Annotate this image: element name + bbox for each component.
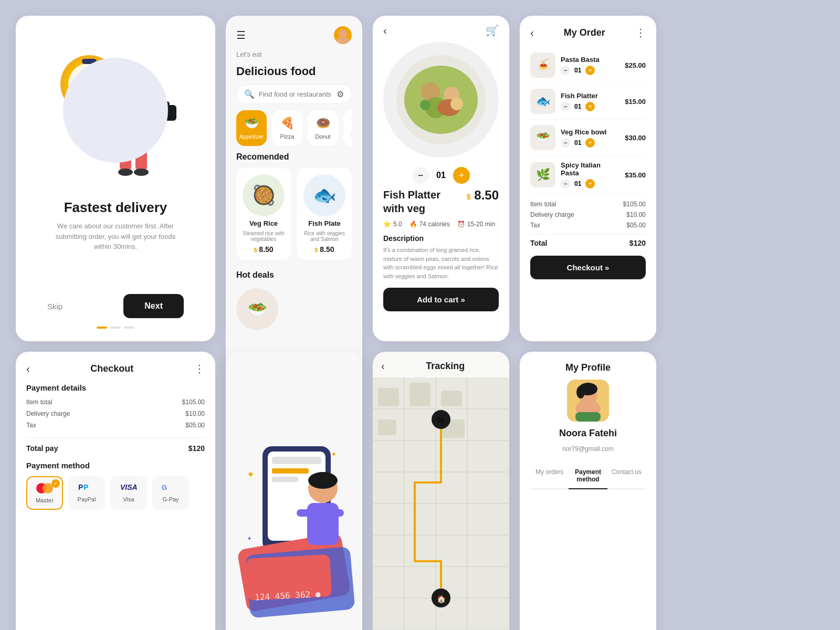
veg-rice-increase-button[interactable]: + <box>585 138 595 148</box>
svg-point-23 <box>339 29 347 38</box>
cart-icon[interactable]: 🛒 <box>486 24 499 37</box>
back-icon[interactable]: ‹ <box>383 25 387 37</box>
spicy-pasta-qty-controls: − 01 + <box>561 179 620 188</box>
svg-point-24 <box>337 37 349 44</box>
appetizer-icon: 🥗 <box>245 117 259 130</box>
qty-decrease-button[interactable]: − <box>412 167 429 184</box>
skip-button[interactable]: Skip <box>47 302 62 311</box>
profile-card: My Profile Noora Fatehi nor79@gmail.com … <box>520 352 656 630</box>
master-check-icon: ✓ <box>51 479 60 488</box>
spicy-pasta-increase-button[interactable]: + <box>585 179 595 188</box>
search-input[interactable] <box>259 90 332 98</box>
category-pizza[interactable]: 🍕 Pizza <box>272 110 302 146</box>
pasta-image: 🍝 <box>530 52 555 78</box>
hamburger-icon[interactable]: ☰ <box>236 29 246 41</box>
svg-rect-42 <box>272 457 321 464</box>
more-options-icon[interactable]: ⋮ <box>635 26 646 39</box>
checkout-button[interactable]: Checkout » <box>530 256 646 279</box>
order-item-total-row: Item total $105.00 <box>530 201 646 208</box>
dot-2 <box>110 327 121 329</box>
payment-gpay[interactable]: G G-Pay <box>152 476 189 510</box>
delivery-card: Fastest delivery We care about our custo… <box>16 16 215 341</box>
checkout-item-total-label: Item total <box>26 398 52 406</box>
visa-icon: VISA <box>119 481 138 493</box>
item-total-label: Item total <box>530 201 556 208</box>
visa-label: Visa <box>123 496 134 502</box>
my-order-card: ‹ My Order ⋮ 🍝 Pasta Basta − 01 + $25.00… <box>520 16 656 341</box>
tab-payment-method[interactable]: Payment method <box>569 463 607 489</box>
donut-icon: 🍩 <box>316 117 330 130</box>
pizza-label: Pizza <box>280 133 295 140</box>
svg-point-20 <box>118 169 133 176</box>
fish-image: 🐟 <box>530 89 555 114</box>
veg-rice-price: $ 8.50 <box>254 245 273 254</box>
profile-name: Noora Fatehi <box>559 428 617 439</box>
total-pay-value: $120 <box>188 444 205 453</box>
checkout-item-total-value: $105.00 <box>182 398 205 406</box>
fish-plate-name: Fish Plate <box>308 219 340 227</box>
payment-paypal[interactable]: P P PayPal <box>68 476 105 510</box>
detail-card: ‹ 🛒 − 01 + Fish Platterwith veg $ 8.50 ⭐… <box>373 16 509 341</box>
fish-increase-button[interactable]: + <box>585 102 595 111</box>
order-back-icon[interactable]: ‹ <box>530 27 534 39</box>
svg-point-53 <box>308 472 338 489</box>
checkout-more-icon[interactable]: ⋮ <box>194 362 205 375</box>
svg-text:🛍: 🛍 <box>437 416 444 424</box>
fish-info: Fish Platter − 01 + <box>561 92 620 111</box>
tax-label: Tax <box>530 222 540 229</box>
pasta-decrease-button[interactable]: − <box>561 66 570 75</box>
gpay-label: G-Pay <box>162 496 178 502</box>
checkout-delivery-value: $10.00 <box>185 410 205 417</box>
payment-visa[interactable]: VISA Visa <box>110 476 147 510</box>
pasta-increase-button[interactable]: + <box>585 66 595 75</box>
tracking-card: ‹ Tracking <box>373 352 509 630</box>
food-card-fish-plate[interactable]: 🐟 Fish Plate Rice with veggies and Salmo… <box>297 168 352 260</box>
delivery-charge-value: $10.00 <box>626 211 646 218</box>
tab-my-orders[interactable]: My orders <box>530 463 569 488</box>
veg-rice-decrease-button[interactable]: − <box>561 138 570 148</box>
page-dots <box>97 327 134 329</box>
svg-rect-68 <box>378 388 399 406</box>
user-avatar[interactable] <box>334 26 352 44</box>
total-value: $120 <box>629 239 646 247</box>
detail-name-price: Fish Platterwith veg $ 8.50 <box>383 188 499 215</box>
svg-rect-43 <box>272 468 309 474</box>
fish-plate-image: 🐟 <box>303 174 345 216</box>
add-to-cart-button[interactable]: Add to cart » <box>383 288 499 311</box>
fish-decrease-button[interactable]: − <box>561 102 570 111</box>
category-appetizer[interactable]: 🥗 Appetizer <box>236 110 267 146</box>
description-text: It's a combination of long grained rice,… <box>383 246 499 280</box>
svg-point-81 <box>576 386 585 398</box>
svg-point-21 <box>134 169 149 176</box>
veg-rice-desc: Steamed rice with vegetables <box>243 230 285 242</box>
pasta-name: Pasta Basta <box>561 56 620 64</box>
checkout-back-icon[interactable]: ‹ <box>26 363 30 375</box>
order-item-spicy-pasta: 🌿 Spicy Italian Pasta − 01 + $35.00 <box>530 156 646 194</box>
food-card-veg-rice[interactable]: 🥘 Veg Rice Steamed rice with vegetables … <box>236 168 291 260</box>
svg-text:P: P <box>78 483 83 491</box>
fish-price: $15.00 <box>625 98 646 106</box>
gpay-icon: G <box>161 481 180 493</box>
spicy-pasta-decrease-button[interactable]: − <box>561 179 570 188</box>
next-button[interactable]: Next <box>123 294 184 318</box>
recommended-title: Recomended <box>236 152 352 162</box>
svg-rect-44 <box>272 477 298 482</box>
tab-contact-us[interactable]: Contact us <box>607 463 646 488</box>
hot-deal-item[interactable]: 🥗 <box>236 288 278 330</box>
tracking-back-icon[interactable]: ‹ <box>381 360 385 372</box>
veg-rice-name: Veg Rice <box>249 219 278 227</box>
filter-icon[interactable]: ⚙ <box>337 89 344 99</box>
qty-increase-button[interactable]: + <box>453 167 470 184</box>
rating-item: ⭐ 5.0 <box>383 220 402 228</box>
checkout-delivery-row: Delivery charge $10.00 <box>26 410 205 417</box>
hot-deals-title: Hot deals <box>236 270 352 280</box>
fish-qty: 01 <box>574 103 581 110</box>
spicy-pasta-price: $35.00 <box>625 171 646 179</box>
veg-rice-info: Veg Rice bowl − 01 + <box>561 128 620 148</box>
detail-header: ‹ 🛒 <box>373 16 509 37</box>
category-tacos[interactable]: 🌮 Tacos <box>343 110 352 146</box>
payment-master[interactable]: ✓ Master <box>26 476 63 510</box>
tracking-title: Tracking <box>390 361 501 372</box>
category-donut[interactable]: 🍩 Donut <box>308 110 338 146</box>
calories-item: 🔥 74 calories <box>410 220 450 228</box>
